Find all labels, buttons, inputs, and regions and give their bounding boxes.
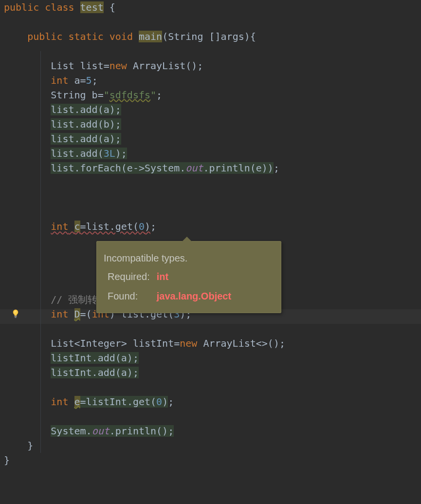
- code-editor[interactable]: public class test { public static void m…: [0, 0, 421, 504]
- tooltip-pointer-icon: [182, 237, 192, 242]
- line-10: list.forEach(e->System.out.println(e));: [4, 162, 279, 174]
- code-area[interactable]: public class test { public static void m…: [4, 0, 285, 467]
- line-9: list.add(3L);: [4, 148, 127, 159]
- line-3: List list=new ArrayList();: [4, 60, 203, 72]
- tooltip-found-type: java.lang.Object: [157, 291, 231, 301]
- line-2: public static void main(String []args){: [4, 31, 256, 42]
- tooltip-title: Incompatible types.: [104, 249, 274, 267]
- tooltip-required-type: int: [157, 271, 168, 282]
- line-17: int e=listInt.get(0);: [4, 396, 174, 408]
- line-1: public class test {: [4, 1, 115, 13]
- line-error: int c=list.get(0);: [4, 221, 156, 232]
- line-6: list.add(a);: [4, 104, 121, 115]
- line-4: int a=5;: [4, 75, 98, 86]
- line-comment: // 强制转换: [4, 294, 107, 305]
- line-14: List<Integer> listInt=new ArrayList<>();: [4, 337, 285, 349]
- line-7: list.add(b);: [4, 118, 121, 130]
- line-5: String b="sdfdsfs";: [4, 89, 162, 101]
- error-tooltip: Incompatible types. Required: int Found:…: [96, 241, 281, 313]
- line-8: list.add(a);: [4, 133, 121, 145]
- line-16: listInt.add(a);: [4, 367, 139, 378]
- line-18: System.out.println();: [4, 425, 174, 437]
- tooltip-required-label: Required:: [104, 267, 153, 286]
- line-19: }: [4, 440, 33, 451]
- line-15: listInt.add(a);: [4, 352, 139, 364]
- line-20: }: [4, 454, 10, 466]
- tooltip-table: Required: int Found: java.lang.Object: [104, 267, 234, 306]
- tooltip-found-label: Found:: [104, 286, 153, 306]
